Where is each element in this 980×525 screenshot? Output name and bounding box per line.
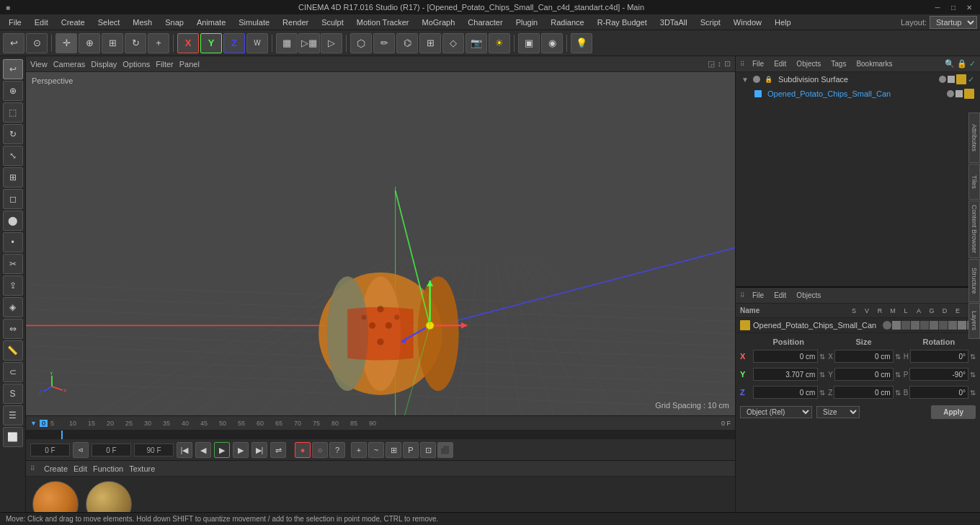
vp-icon3[interactable]: ⊡ <box>724 59 731 69</box>
render-preview-btn[interactable]: ▷ <box>321 33 342 53</box>
redo-btn[interactable]: ⊙ <box>26 33 48 53</box>
tag-sq-4[interactable] <box>920 321 929 330</box>
coord-y-size-spin[interactable]: ⇅ <box>895 371 901 379</box>
bulb-btn[interactable]: 💡 <box>571 33 592 53</box>
menu-character[interactable]: Character <box>462 17 508 28</box>
record-btn[interactable]: ● <box>295 442 311 458</box>
deform-btn[interactable]: ◇ <box>442 33 464 53</box>
timeline-track[interactable] <box>26 431 735 439</box>
tag-sq-5[interactable] <box>930 321 938 330</box>
light-btn[interactable]: ☀ <box>489 33 510 53</box>
obj-vis-dot-1[interactable] <box>939 76 946 83</box>
mat-function[interactable]: Function <box>93 464 123 473</box>
obj-yellow-sq-2[interactable] <box>964 89 974 99</box>
play-btn[interactable]: ▶ <box>214 442 230 458</box>
menu-script[interactable]: Script <box>695 17 726 28</box>
coord-x-pos-spin[interactable]: ⇅ <box>819 353 825 361</box>
coord-y-size-input[interactable] <box>834 368 894 381</box>
tab-tiles[interactable]: Tiles <box>968 164 980 200</box>
tool-wrap[interactable]: S <box>3 384 23 404</box>
tab-layers[interactable]: Layers <box>968 303 980 339</box>
coord-z-size-spin[interactable]: ⇅ <box>895 389 901 397</box>
render-anim-btn[interactable]: ▷▦ <box>298 33 320 53</box>
menu-radiance[interactable]: Radiance <box>545 17 589 28</box>
tool-scale[interactable]: ⤡ <box>3 146 23 166</box>
prev-keyframe-btn[interactable]: ⊲ <box>73 442 89 458</box>
dots-btn[interactable]: ⊡ <box>420 442 436 458</box>
layout-dropdown[interactable]: Startup <box>930 16 977 29</box>
rotate-btn[interactable]: ↻ <box>125 33 146 53</box>
objects-check-icon[interactable]: ✓ <box>969 59 976 69</box>
tool-bevel[interactable]: ◈ <box>3 297 23 317</box>
obj-vis-dot-2[interactable] <box>947 90 954 97</box>
menu-edit[interactable]: Edit <box>29 17 54 28</box>
auto-key-btn[interactable]: ○ <box>312 442 328 458</box>
tag-sq-1[interactable] <box>892 321 901 330</box>
menu-sculpt[interactable]: Sculpt <box>316 17 349 28</box>
vp-options[interactable]: Options <box>122 60 150 69</box>
tool-rotate[interactable]: ↻ <box>3 124 23 144</box>
coord-size-dropdown[interactable]: Size <box>816 406 860 418</box>
objects-file-btn[interactable]: File <box>749 58 767 69</box>
coord-z-pos-spin[interactable]: ⇅ <box>819 389 825 397</box>
attr-edit[interactable]: Edit <box>771 290 789 301</box>
axis-x-btn[interactable]: X <box>177 33 199 53</box>
minimize-button[interactable]: ─ <box>932 2 943 12</box>
multiselect-btn[interactable]: + <box>148 33 169 53</box>
object-item-can[interactable]: Opened_Potato_Chips_Small_Can <box>736 87 980 101</box>
tool-floor[interactable]: ⬜ <box>3 427 23 447</box>
objects-bookmarks-btn[interactable]: Bookmarks <box>853 58 895 69</box>
tag-sq-3[interactable] <box>911 321 919 330</box>
tool-edge[interactable]: ⬤ <box>3 211 23 231</box>
playback-start-input[interactable] <box>92 444 131 456</box>
expand-tl-btn[interactable]: ⬛ <box>437 442 453 458</box>
tag-dot-1[interactable] <box>883 321 891 330</box>
tool-magnet[interactable]: ⊂ <box>3 362 23 382</box>
curve-key-btn[interactable]: ~ <box>368 442 384 458</box>
mat-create[interactable]: Create <box>44 464 68 473</box>
maximize-button[interactable]: □ <box>948 2 958 12</box>
timeline-ruler[interactable]: ▼ 0 5 10 15 20 25 30 35 40 45 50 55 <box>26 416 735 431</box>
tag-sq-8[interactable] <box>958 321 966 330</box>
vp-view[interactable]: View <box>30 60 48 69</box>
cursor-btn[interactable]: ✛ <box>55 33 77 53</box>
vp-panel[interactable]: Panel <box>179 60 200 69</box>
tool-bridge[interactable]: ⇔ <box>3 319 23 339</box>
scene-btn[interactable]: ▣ <box>518 33 540 53</box>
menu-mesh[interactable]: Mesh <box>127 17 158 28</box>
coord-y-rot-spin[interactable]: ⇅ <box>970 371 976 379</box>
camera-btn[interactable]: 📷 <box>466 33 487 53</box>
goto-end-btn[interactable]: ▶| <box>251 442 267 458</box>
tool-undo[interactable]: ↩ <box>3 59 23 79</box>
objects-objects-btn[interactable]: Objects <box>793 58 824 69</box>
coord-x-rot-spin[interactable]: ⇅ <box>970 353 976 361</box>
vp-icon1[interactable]: ◲ <box>708 59 715 69</box>
tool-poly[interactable]: ◻ <box>3 189 23 209</box>
goto-start-btn[interactable]: |◀ <box>177 442 192 458</box>
obj-render-1[interactable] <box>948 76 955 83</box>
tool-layer[interactable]: ☰ <box>3 405 23 425</box>
tag-sq-7[interactable] <box>948 321 957 330</box>
viewport-3d[interactable]: Perspective Grid Spacing : 10 cm X Y Z <box>26 72 735 415</box>
key-btn[interactable]: ? <box>329 442 345 458</box>
vp-display[interactable]: Display <box>91 60 117 69</box>
tool-measure[interactable]: 📏 <box>3 340 23 361</box>
axis-z-btn[interactable]: Z <box>223 33 245 53</box>
objects-lock-icon[interactable]: 🔒 <box>957 59 967 69</box>
apply-button[interactable]: Apply <box>931 405 976 419</box>
current-frame-input[interactable] <box>30 444 70 456</box>
render-region-btn[interactable]: ▦ <box>276 33 298 53</box>
obj-render-2[interactable] <box>956 90 963 97</box>
menu-window[interactable]: Window <box>728 17 767 28</box>
coord-y-rot-input[interactable] <box>909 368 968 381</box>
menu-snap[interactable]: Snap <box>159 17 190 28</box>
axis-y-btn[interactable]: Y <box>200 33 222 53</box>
coord-y-pos-input[interactable] <box>753 368 818 381</box>
close-button[interactable]: ✕ <box>964 2 974 12</box>
menu-select[interactable]: Select <box>92 17 126 28</box>
tool-knife[interactable]: ✂ <box>3 254 23 274</box>
mat-edit[interactable]: Edit <box>74 464 87 473</box>
attr-objects[interactable]: Objects <box>793 290 824 301</box>
objects-edit-btn[interactable]: Edit <box>771 58 789 69</box>
tab-attributes[interactable]: Attributes <box>968 112 980 163</box>
